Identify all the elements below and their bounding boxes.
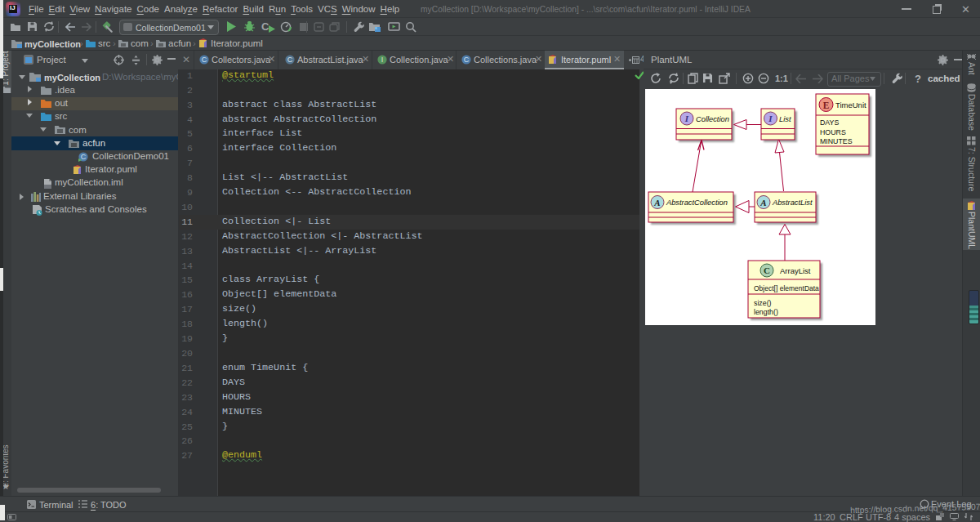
svg-text:C: C [464, 56, 470, 64]
svg-text:C: C [202, 56, 207, 64]
svg-text:C: C [81, 153, 87, 161]
svg-text:TimeUnit: TimeUnit [835, 100, 866, 109]
svg-text:HOURS: HOURS [820, 128, 846, 136]
svg-text:AbstractCollection: AbstractCollection [666, 199, 728, 207]
svg-text:A: A [760, 198, 766, 207]
svg-text:List: List [779, 115, 791, 123]
svg-text:I: I [381, 56, 384, 64]
svg-text:C: C [287, 56, 293, 64]
svg-text:Collection: Collection [696, 115, 729, 123]
svg-text:ArrayList: ArrayList [780, 266, 811, 275]
svg-text:size(): size() [754, 299, 772, 307]
svg-text:length(): length() [754, 308, 778, 316]
svg-text:MINUTES: MINUTES [820, 137, 853, 145]
svg-text:AbstractList: AbstractList [772, 199, 813, 207]
svg-text:I: I [684, 114, 689, 123]
svg-text:Object[] elementData: Object[] elementData [754, 284, 819, 292]
svg-text:DAYS: DAYS [820, 118, 839, 127]
svg-text:A: A [653, 198, 660, 207]
svg-text:C: C [764, 265, 770, 275]
svg-text:I: I [768, 114, 773, 123]
svg-text:E: E [823, 100, 830, 110]
